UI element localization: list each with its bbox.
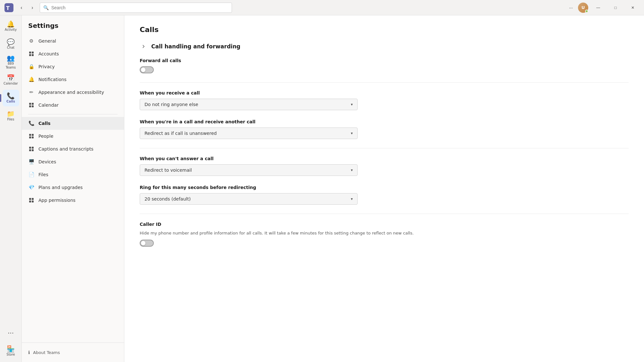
more-icon: ··· [8, 330, 14, 336]
in-call-group: When you're in a call and receive anothe… [140, 119, 629, 139]
about-teams-item[interactable]: ℹ️ About Teams [28, 348, 118, 357]
sidebar-item-store[interactable]: 🏪 Store [3, 343, 19, 359]
settings-item-notifications[interactable]: 🔔 Notifications [22, 73, 124, 86]
settings-item-general-label: General [38, 38, 56, 44]
receive-call-dropdown[interactable]: Do not ring anyone else ▾ [140, 99, 358, 110]
forward-button[interactable]: › [28, 3, 37, 12]
settings-item-people-label: People [38, 134, 54, 139]
section-call-handling-header: Call handling and forwarding [140, 43, 629, 50]
sidebar-item-more[interactable]: ··· [3, 325, 19, 341]
sidebar-item-chat[interactable]: 💬 Chat [3, 36, 19, 53]
toggle-track [140, 66, 154, 73]
svg-rect-16 [29, 149, 31, 151]
settings-item-files-label: Files [38, 172, 48, 177]
settings-item-accounts-label: Accounts [38, 51, 59, 56]
forward-all-calls-toggle[interactable] [140, 66, 629, 73]
svg-rect-15 [32, 147, 34, 149]
receive-call-group: When you receive a call Do not ring anyo… [140, 90, 629, 110]
app-body: 🔔 Activity 💬 Chat 👥 889 Teams 📅 Calendar… [0, 15, 644, 362]
maximize-button[interactable]: □ [608, 3, 623, 13]
settings-item-captions[interactable]: Captions and transcripts [22, 143, 124, 155]
calls-settings-icon: 📞 [28, 120, 35, 127]
receive-call-dropdown-value: Do not ring anyone else [144, 102, 198, 107]
settings-item-files[interactable]: 📄 Files [22, 168, 124, 181]
svg-rect-20 [29, 201, 31, 202]
search-input[interactable] [51, 5, 228, 10]
settings-item-calls-label: Calls [38, 121, 51, 126]
forward-all-calls-label: Forward all calls [140, 58, 629, 63]
close-button[interactable]: ✕ [625, 3, 640, 13]
caller-id-label: Caller ID [140, 222, 629, 227]
sidebar-item-files[interactable]: 📁 Files [3, 108, 19, 124]
in-call-dropdown[interactable]: Redirect as if call is unanswered ▾ [140, 128, 358, 139]
nav-buttons: ‹ › [17, 3, 37, 12]
svg-rect-2 [29, 52, 31, 53]
settings-item-calls[interactable]: 📞 Calls [22, 117, 124, 130]
settings-item-plans[interactable]: 💎 Plans and upgrades [22, 181, 124, 194]
collapse-button[interactable] [140, 43, 147, 50]
svg-rect-19 [32, 198, 34, 200]
svg-rect-3 [32, 52, 34, 53]
sidebar-item-calendar-label: Calendar [4, 82, 18, 86]
captions-icon [28, 146, 35, 152]
settings-item-general[interactable]: ⚙️ General [22, 35, 124, 47]
svg-text:T: T [6, 5, 10, 11]
svg-rect-14 [29, 147, 31, 149]
sidebar-item-teams-label: 889 Teams [3, 62, 19, 70]
settings-item-privacy-label: Privacy [38, 64, 55, 69]
sidebar-item-calendar[interactable]: 📅 Calendar [3, 72, 19, 88]
svg-rect-11 [32, 134, 34, 136]
sidebar-item-files-label: Files [7, 118, 14, 121]
caller-id-group: Caller ID Hide my phone number and profi… [140, 222, 629, 247]
settings-item-privacy[interactable]: 🔒 Privacy [22, 60, 124, 73]
settings-item-appearance-label: Appearance and accessibility [38, 90, 104, 95]
plans-icon: 💎 [28, 184, 35, 191]
main-content: Calls Call handling and forwarding Forwa… [124, 15, 644, 362]
settings-item-devices-label: Devices [38, 159, 56, 164]
toggle-thumb [141, 68, 145, 72]
people-icon [28, 133, 35, 139]
general-icon: ⚙️ [28, 38, 35, 44]
svg-rect-7 [32, 103, 34, 105]
svg-rect-9 [32, 105, 34, 107]
minimize-button[interactable]: — [591, 3, 606, 13]
divider-2 [140, 148, 629, 148]
settings-item-calendar[interactable]: Calendar [22, 99, 124, 111]
search-icon: 🔍 [43, 5, 49, 10]
search-bar[interactable]: 🔍 [40, 3, 232, 13]
svg-rect-4 [29, 54, 31, 56]
settings-item-appearance[interactable]: ✏️ Appearance and accessibility [22, 86, 124, 99]
caller-id-toggle[interactable] [140, 240, 629, 247]
files-settings-icon: 📄 [28, 171, 35, 178]
avatar-wrapper[interactable]: U [578, 3, 588, 13]
chevron-down-icon-4: ▾ [351, 197, 353, 201]
settings-title: Settings [22, 22, 124, 35]
settings-item-people[interactable]: People [22, 130, 124, 143]
sidebar-item-teams[interactable]: 👥 889 Teams [3, 54, 19, 70]
settings-item-permissions[interactable]: App permissions [22, 194, 124, 207]
receive-call-label: When you receive a call [140, 90, 629, 95]
settings-item-permissions-label: App permissions [38, 198, 76, 203]
settings-item-captions-label: Captions and transcripts [38, 146, 94, 152]
accounts-icon [28, 51, 35, 57]
activity-icon: 🔔 [7, 21, 15, 27]
svg-rect-5 [32, 54, 34, 56]
about-icon: ℹ️ [28, 350, 30, 355]
calendar-settings-icon [28, 102, 35, 108]
ring-seconds-dropdown[interactable]: 20 seconds (default) ▾ [140, 193, 358, 205]
cant-answer-label: When you can't answer a call [140, 156, 629, 161]
settings-item-accounts[interactable]: Accounts [22, 47, 124, 60]
sidebar-item-activity[interactable]: 🔔 Activity [3, 18, 19, 35]
back-button[interactable]: ‹ [17, 3, 26, 12]
svg-rect-17 [32, 149, 34, 151]
left-nav: 🔔 Activity 💬 Chat 👥 889 Teams 📅 Calendar… [0, 15, 22, 362]
settings-item-devices[interactable]: 🖥️ Devices [22, 155, 124, 168]
sidebar-item-calls[interactable]: 📞 Calls [3, 90, 19, 106]
settings-sidebar: Settings ⚙️ General Accounts 🔒 Privacy 🔔… [22, 15, 124, 362]
devices-icon: 🖥️ [28, 159, 35, 165]
svg-rect-18 [29, 198, 31, 200]
cant-answer-dropdown[interactable]: Redirect to voicemail ▾ [140, 164, 358, 176]
svg-rect-21 [32, 201, 34, 202]
settings-item-calendar-label: Calendar [38, 103, 59, 108]
more-options-button[interactable]: ··· [566, 3, 575, 12]
